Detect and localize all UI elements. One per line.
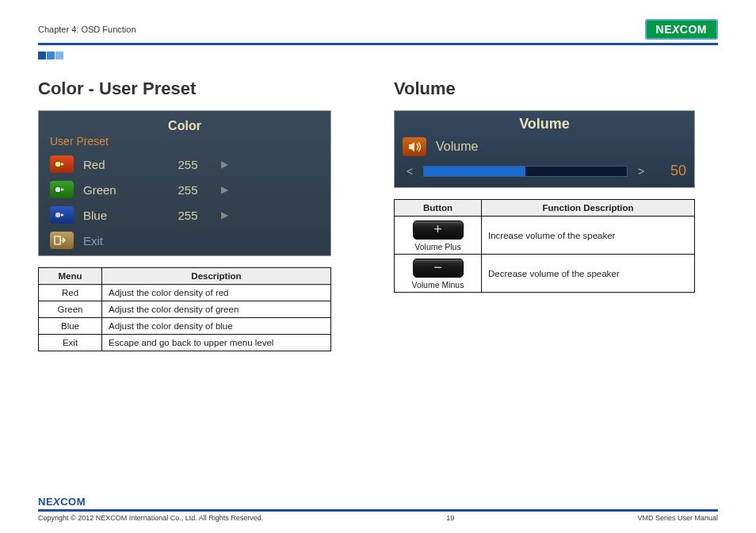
right-column: Volume Volume Volume < > 50 bbox=[394, 79, 718, 351]
cell-desc: Adjust the color density of blue bbox=[102, 318, 331, 335]
cell-menu: Green bbox=[39, 301, 102, 318]
decorative-squares bbox=[38, 48, 718, 63]
cell-menu: Red bbox=[39, 285, 102, 301]
table-row: Green Adjust the color density of green bbox=[39, 301, 331, 318]
cell-button: − Volume Minus bbox=[395, 255, 482, 293]
button-caption: Volume Minus bbox=[412, 280, 464, 290]
osd-volume-label: Volume bbox=[436, 140, 478, 154]
osd-row-red: Red 255 ▶ bbox=[50, 155, 319, 173]
speaker-icon bbox=[403, 137, 426, 156]
greater-than-icon: > bbox=[634, 165, 648, 178]
volume-plus-button-image: + bbox=[413, 220, 464, 240]
osd-color-heading: Color bbox=[50, 119, 319, 133]
cell-menu: Exit bbox=[39, 335, 102, 351]
osd-volume-screenshot: Volume Volume < > 50 bbox=[394, 110, 695, 188]
cell-menu: Blue bbox=[39, 318, 102, 335]
osd-red-value: 255 bbox=[164, 158, 212, 171]
section-title-volume: Volume bbox=[394, 79, 718, 99]
less-than-icon: < bbox=[403, 165, 417, 178]
button-caption: Volume Plus bbox=[414, 242, 460, 251]
table-header-button: Button bbox=[395, 200, 482, 217]
table-row: Exit Escape and go back to upper menu le… bbox=[39, 335, 331, 351]
page-number: 19 bbox=[446, 514, 454, 522]
left-column: Color - User Preset Color User Preset Re… bbox=[38, 79, 362, 351]
svg-rect-3 bbox=[55, 236, 60, 244]
osd-blue-value: 255 bbox=[164, 209, 212, 222]
exit-icon bbox=[50, 232, 74, 249]
svg-point-0 bbox=[55, 161, 61, 167]
osd-volume-heading: Volume bbox=[403, 116, 686, 132]
page-header: Chapter 4: OSD Function NEXCOM bbox=[38, 19, 718, 40]
cell-desc: Escape and go back to upper menu level bbox=[102, 335, 331, 351]
copyright-text: Copyright © 2012 NEXCOM International Co… bbox=[38, 514, 263, 522]
manual-title: VMD Series User Manual bbox=[637, 514, 718, 522]
table-row: Red Adjust the color density of red bbox=[39, 285, 331, 301]
osd-color-screenshot: Color User Preset Red 255 ▶ Green 255 bbox=[38, 110, 331, 256]
volume-value: 50 bbox=[655, 163, 686, 179]
brand-logo-bottom: NEXCOM bbox=[38, 496, 718, 508]
osd-green-label: Green bbox=[83, 183, 155, 197]
svg-point-2 bbox=[55, 212, 61, 218]
volume-bar-fill bbox=[424, 167, 525, 176]
table-row: Blue Adjust the color density of blue bbox=[39, 318, 331, 335]
table-row: − Volume Minus Decrease volume of the sp… bbox=[395, 255, 695, 293]
table-header-function: Function Description bbox=[482, 200, 695, 217]
cell-desc: Adjust the color density of red bbox=[102, 285, 331, 301]
arrow-right-icon: ▶ bbox=[221, 159, 228, 170]
footer-rule bbox=[38, 509, 718, 512]
arrow-right-icon: ▶ bbox=[221, 184, 228, 195]
section-title-color: Color - User Preset bbox=[38, 79, 362, 99]
osd-exit-label: Exit bbox=[83, 234, 155, 247]
cell-desc: Adjust the color density of green bbox=[102, 301, 331, 318]
volume-minus-button-image: − bbox=[413, 259, 464, 278]
volume-description-table: Button Function Description + Volume Plu… bbox=[394, 199, 695, 293]
table-row: + Volume Plus Increase volume of the spe… bbox=[395, 217, 695, 255]
green-icon bbox=[50, 181, 74, 198]
osd-row-exit: Exit bbox=[50, 232, 319, 249]
osd-green-value: 255 bbox=[164, 183, 212, 197]
table-header-description: Description bbox=[102, 268, 331, 285]
osd-row-green: Green 255 ▶ bbox=[50, 181, 319, 198]
color-description-table: Menu Description Red Adjust the color de… bbox=[38, 267, 331, 351]
osd-blue-label: Blue bbox=[83, 209, 155, 222]
osd-red-label: Red bbox=[83, 158, 155, 171]
table-header-menu: Menu bbox=[39, 268, 102, 285]
cell-button: + Volume Plus bbox=[395, 217, 482, 255]
cell-desc: Decrease volume of the speaker bbox=[482, 255, 695, 293]
blue-icon bbox=[50, 206, 74, 224]
chapter-label: Chapter 4: OSD Function bbox=[38, 25, 136, 34]
osd-row-blue: Blue 255 ▶ bbox=[50, 206, 319, 224]
svg-point-1 bbox=[55, 186, 61, 193]
header-rule bbox=[38, 43, 718, 45]
volume-bar bbox=[423, 166, 628, 177]
arrow-right-icon: ▶ bbox=[221, 209, 228, 220]
red-icon bbox=[50, 155, 74, 173]
osd-color-subheading: User Preset bbox=[50, 135, 319, 148]
page-footer: NEXCOM Copyright © 2012 NEXCOM Internati… bbox=[38, 496, 718, 522]
brand-logo-top: NEXCOM bbox=[645, 19, 718, 40]
cell-desc: Increase volume of the speaker bbox=[482, 217, 695, 255]
